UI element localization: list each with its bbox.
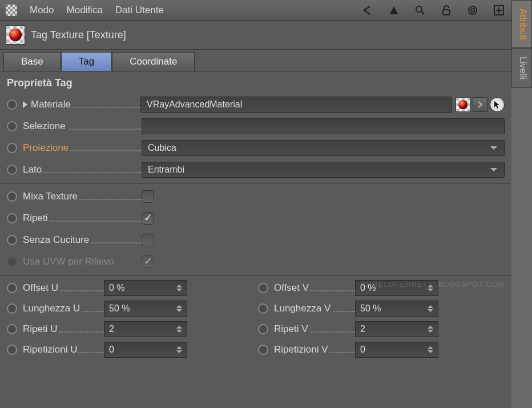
menu-dati-utente[interactable]: Dati Utente <box>115 5 164 16</box>
svg-rect-2 <box>443 10 450 15</box>
ripeti-checkbox[interactable] <box>142 212 154 225</box>
ripetizioni-v-label: Ripetizioni V <box>274 344 355 355</box>
lunghezza-v-input[interactable]: 50 % <box>355 301 438 317</box>
svg-point-3 <box>469 6 477 14</box>
material-expand-icon[interactable] <box>473 97 487 112</box>
mixa-texture-label: Mixa Texture <box>23 191 142 202</box>
new-element-icon[interactable] <box>492 3 506 17</box>
lock-icon[interactable] <box>440 3 453 17</box>
proiezione-dropdown[interactable]: Cubica <box>142 140 505 156</box>
grid-icon[interactable] <box>6 5 17 16</box>
object-header: Tag Texture [Texture] <box>0 21 511 50</box>
watermark: ANGELOFERRETTI.BLOGSPOT.COM <box>361 280 505 289</box>
search-icon[interactable] <box>413 3 427 17</box>
anim-toggle-offset-u[interactable] <box>7 283 17 293</box>
anim-toggle-ripetizioni-u[interactable] <box>7 345 17 355</box>
ripetizioni-u-input[interactable]: 0 <box>104 342 187 358</box>
lunghezza-u-label: Lunghezza U <box>23 303 104 314</box>
nav-up-icon[interactable] <box>387 3 401 17</box>
menu-modo[interactable]: Modo <box>30 5 54 16</box>
material-swatch-icon[interactable] <box>456 97 470 112</box>
svg-point-4 <box>471 9 474 12</box>
anim-toggle-mixa[interactable] <box>7 191 17 202</box>
materiale-field[interactable]: VRayAdvancedMaterial <box>140 97 452 113</box>
offset-v-label: Offset V <box>274 282 355 294</box>
anim-toggle-materiale[interactable] <box>7 99 17 110</box>
senza-cuciture-checkbox[interactable] <box>142 234 154 246</box>
anim-toggle-lunghezza-v[interactable] <box>258 303 268 314</box>
ripetizioni-v-input[interactable]: 0 <box>355 342 438 358</box>
materiale-label: Materiale <box>31 99 140 110</box>
ripeti-v-input[interactable]: 2 <box>355 321 438 337</box>
selezione-label: Selezione <box>23 121 142 132</box>
side-tab-livelli[interactable]: Livelli <box>511 48 532 88</box>
anim-toggle-lato[interactable] <box>7 165 17 175</box>
senza-cuciture-label: Senza Cuciture <box>23 234 142 246</box>
ripeti-v-label: Ripeti V <box>274 323 355 335</box>
usa-uvw-label: Usa UVW per Rilievo <box>23 256 142 267</box>
anim-toggle-lunghezza-u[interactable] <box>7 303 17 314</box>
object-title: Tag Texture [Texture] <box>31 29 126 41</box>
anim-toggle-offset-v[interactable] <box>258 283 268 293</box>
lato-label: Lato <box>23 164 142 175</box>
lunghezza-u-input[interactable]: 50 % <box>104 301 187 317</box>
anim-toggle-selezione[interactable] <box>7 121 17 131</box>
property-tabs: Base Tag Coordinate <box>0 50 511 71</box>
ripetizioni-u-label: Ripetizioni U <box>23 344 104 355</box>
picker-cursor-icon[interactable] <box>490 97 505 112</box>
anim-toggle-ripetizioni-v[interactable] <box>258 345 268 355</box>
lato-dropdown[interactable]: Entrambi <box>142 162 505 178</box>
tab-coordinate[interactable]: Coordinate <box>112 52 195 71</box>
offset-u-input[interactable]: 0 % <box>104 280 187 296</box>
ripeti-u-label: Ripeti U <box>23 323 104 335</box>
side-tab-attributi[interactable]: Attributi <box>511 0 532 48</box>
svg-point-0 <box>416 6 422 12</box>
lunghezza-v-label: Lunghezza V <box>274 303 355 314</box>
ripeti-label: Ripeti <box>23 213 142 224</box>
svg-line-1 <box>421 11 424 14</box>
selezione-field[interactable] <box>142 118 505 134</box>
anim-toggle-ripeti[interactable] <box>7 213 17 223</box>
mixa-texture-checkbox[interactable] <box>142 190 154 203</box>
side-tabs: Attributi Livelli <box>511 0 532 408</box>
ripeti-u-input[interactable]: 2 <box>104 321 187 337</box>
tab-base[interactable]: Base <box>3 52 61 71</box>
expand-icon[interactable] <box>23 101 27 108</box>
tab-tag[interactable]: Tag <box>61 52 112 71</box>
material-preview-icon <box>6 25 25 45</box>
section-title: Proprietà Tag <box>0 71 511 94</box>
menu-bar: Modo Modifica Dati Utente <box>0 0 511 21</box>
anim-toggle-proiezione[interactable] <box>7 143 17 153</box>
usa-uvw-checkbox <box>142 255 154 268</box>
menu-modifica[interactable]: Modifica <box>67 5 103 16</box>
target-icon[interactable] <box>466 3 479 17</box>
nav-back-icon[interactable] <box>361 3 374 17</box>
proiezione-label: Proiezione <box>23 142 142 154</box>
anim-toggle-ripeti-u[interactable] <box>7 324 17 334</box>
anim-toggle-senza-cuciture[interactable] <box>7 235 17 245</box>
offset-u-label: Offset U <box>23 282 104 294</box>
anim-toggle-usa-uvw <box>7 257 17 267</box>
anim-toggle-ripeti-v[interactable] <box>258 324 268 334</box>
